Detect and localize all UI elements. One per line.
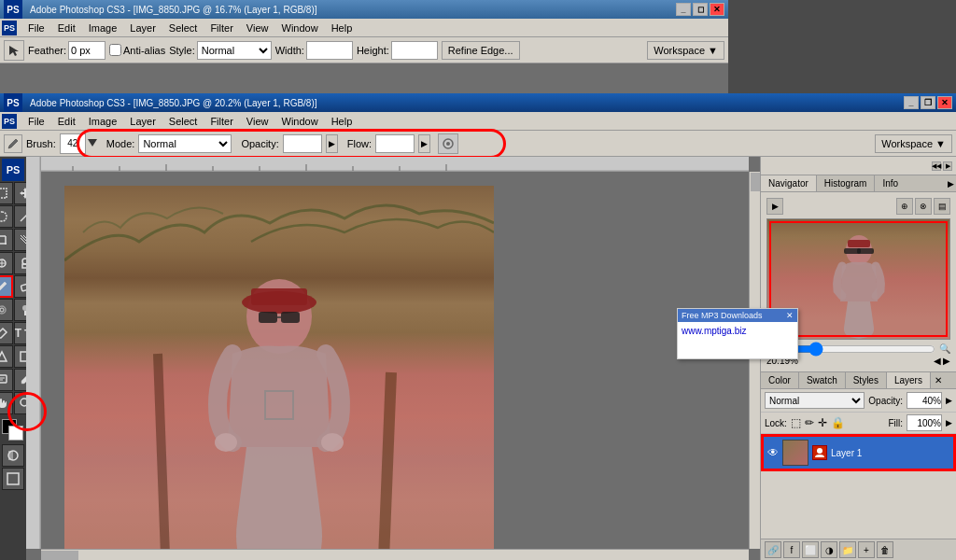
layer-delete-btn[interactable]: 🗑 [877,541,893,558]
fg-menu-layer[interactable]: Layer [124,114,162,129]
tab-swatch[interactable]: Swatch [799,372,846,388]
tool-screen-mode[interactable] [2,468,24,490]
mode-select[interactable]: Normal [138,134,232,153]
bg-menu-view[interactable]: View [241,21,274,35]
bg-close-btn[interactable]: ✕ [710,3,724,16]
canvas-scrollbar-h[interactable] [41,549,749,560]
refine-edge-btn[interactable]: Refine Edge... [442,41,520,60]
zoom-left-arrow[interactable]: ◀ [934,356,941,366]
fg-menu-window[interactable]: Window [276,114,324,129]
tool-quick-mask[interactable] [2,444,24,467]
width-input[interactable] [306,41,353,60]
fg-workspace-btn[interactable]: Workspace ▼ [875,134,952,153]
fill-field[interactable] [907,414,942,431]
bg-window-controls[interactable]: _ ◻ ✕ [676,3,724,16]
fill-arrow-btn[interactable]: ▶ [946,418,952,427]
tool-brush[interactable] [0,275,13,298]
opacity-input[interactable]: 100% [283,134,322,153]
brush-preview[interactable]: 42 [60,133,86,154]
fg-menu-help[interactable]: Help [326,114,358,129]
fg-restore-btn[interactable]: ❐ [921,96,935,109]
tool-healing[interactable] [0,252,13,274]
nav-btn-2[interactable]: ⊕ [896,198,913,215]
opacity-field[interactable] [907,392,942,409]
brush-dropdown-icon[interactable] [88,139,97,148]
fg-menu-select[interactable]: Select [163,114,204,129]
antialias-checkbox[interactable] [109,44,121,56]
scrollbar-thumb-h[interactable] [41,551,78,560]
tool-pen[interactable] [0,322,13,344]
fg-minimize-btn[interactable]: _ [904,96,919,109]
bg-options-bar: Feather: Anti-alias Style: Normal Width:… [0,37,728,63]
height-input[interactable] [391,41,438,60]
background-color[interactable] [8,426,23,441]
panel-collapse-btn[interactable]: ◀◀ [932,161,941,171]
lock-pixels-btn[interactable]: ✏ [805,416,814,429]
tab-info[interactable]: Info [875,175,906,191]
nav-btn-3[interactable]: ⊗ [915,198,932,215]
tool-hand[interactable] [0,392,13,414]
layer-visibility-eye[interactable]: 👁 [767,446,779,459]
bg-menu-filter[interactable]: Filter [204,21,238,35]
layer-adjustment-btn[interactable]: ◑ [821,541,837,558]
lock-all-btn[interactable]: 🔒 [831,416,845,429]
zoom-slider[interactable] [781,345,935,353]
lock-transparent-btn[interactable]: ⬚ [791,416,801,429]
tool-lasso[interactable] [0,205,13,228]
style-select[interactable]: Normal [197,41,272,60]
bg-menu-help[interactable]: Help [326,21,358,35]
tool-path-select[interactable] [0,345,13,368]
canvas-scrollbar-v[interactable] [749,172,760,549]
bg-menu-select[interactable]: Select [163,21,204,35]
nav-panel-menu[interactable]: ▶ [948,179,954,189]
nav-btn-4[interactable]: ▤ [934,198,950,215]
lock-position-btn[interactable]: ✛ [818,416,827,429]
fg-close-btn[interactable]: ✕ [937,96,952,109]
layer-link-btn[interactable]: 🔗 [765,541,781,558]
zoom-right-arrow[interactable]: ▶ [943,356,950,366]
fg-menu-filter[interactable]: Filter [204,114,238,129]
flow-input[interactable]: 100% [375,134,415,153]
layer-1-item[interactable]: 👁 Layer 1 [761,434,956,471]
layer-new-btn[interactable]: + [858,541,875,558]
popup-ad[interactable]: Free MP3 Downloads ✕ www.mptiga.biz [677,308,798,359]
tool-crop[interactable] [0,229,13,251]
popup-close-btn[interactable]: ✕ [786,311,794,320]
bg-menu-file[interactable]: File [22,21,50,35]
layer-fx-btn[interactable]: f [783,541,800,558]
tab-styles[interactable]: Styles [846,372,887,388]
layers-close[interactable]: ✕ [931,372,946,388]
tab-layers[interactable]: Layers [887,372,931,388]
tab-navigator[interactable]: Navigator [761,175,817,191]
airbrush-btn[interactable] [438,133,458,154]
opacity-arrow[interactable]: ▶ [326,134,338,153]
feather-input[interactable] [68,41,105,60]
tool-blur[interactable] [0,299,13,321]
layer-mask-btn[interactable]: ⬜ [802,541,819,558]
fg-menu-file[interactable]: File [22,114,50,129]
bg-menu-edit[interactable]: Edit [52,21,81,35]
bg-restore-btn[interactable]: ◻ [693,3,708,16]
tool-rectangular-marquee[interactable] [0,182,13,204]
nav-btn-1[interactable]: ▶ [766,198,783,215]
fg-menu-image[interactable]: Image [83,114,123,129]
tool-notes[interactable] [0,369,13,391]
flow-arrow[interactable]: ▶ [418,134,430,153]
tab-color[interactable]: Color [761,372,799,388]
tab-histogram[interactable]: Histogram [817,175,876,191]
fg-window-controls[interactable]: _ ❐ ✕ [904,96,952,109]
zoom-in-icon[interactable]: 🔍 [939,343,950,354]
scrollbar-thumb-v[interactable] [751,173,760,191]
blend-mode-select[interactable]: Normal [765,392,865,409]
bg-workspace-btn[interactable]: Workspace ▼ [647,41,724,60]
bg-menu-window[interactable]: Window [276,21,324,35]
layer-group-btn[interactable]: 📁 [839,541,856,558]
fg-menu-view[interactable]: View [241,114,274,129]
bg-menu-layer[interactable]: Layer [124,21,162,35]
bg-minimize-btn[interactable]: _ [676,3,691,16]
color-swatches[interactable] [2,419,24,441]
bg-menu-image[interactable]: Image [83,21,123,35]
opacity-arrow-btn[interactable]: ▶ [946,396,952,405]
fg-menu-edit[interactable]: Edit [52,114,81,129]
panel-expand-btn[interactable]: ▶ [943,161,952,171]
